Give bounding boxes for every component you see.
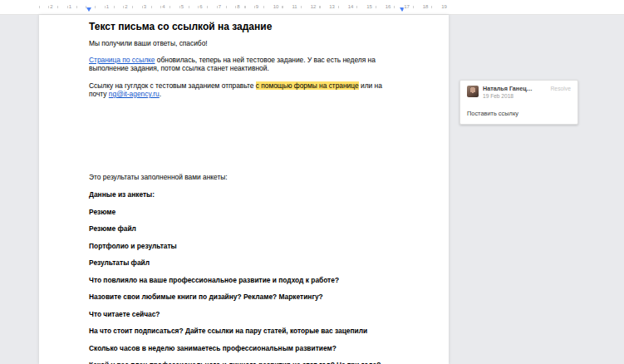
resolve-button[interactable]: Resolve xyxy=(550,86,571,91)
ruler-number: 19 xyxy=(440,4,448,10)
paragraph-text: обновилась, теперь на ней тестовое задан… xyxy=(155,56,376,64)
google-docs-canvas: 2112345678910111213141516171819 Текст пи… xyxy=(0,0,624,364)
ruler-number: 18 xyxy=(422,4,430,10)
question-line: Резюме xyxy=(89,208,407,217)
paragraph: Мы получили ваши ответы, спасибо! xyxy=(89,39,407,48)
email-link[interactable]: ng@it-agency.ru xyxy=(109,90,160,98)
left-indent-marker[interactable] xyxy=(86,7,91,12)
comment-text: Поставить ссылку xyxy=(467,110,571,117)
ruler-number: 5 xyxy=(180,4,184,10)
ruler-number: 14 xyxy=(347,4,355,10)
paragraph-text: почту xyxy=(89,90,109,98)
paragraph-text: выполнение задания, потом ссылка станет … xyxy=(89,64,269,72)
ruler-number: 7 xyxy=(218,4,222,10)
paragraph-text: Это результаты заполненной вами анкеты: xyxy=(89,173,228,181)
ruler-number: 2 xyxy=(49,4,53,10)
ruler-number: 8 xyxy=(236,4,240,10)
ruler-number: 12 xyxy=(310,4,317,10)
comment-author-block: Наталья Ганец… 19 Feb 2018 xyxy=(483,86,533,100)
question-line: Портфолио и результаты xyxy=(89,242,407,251)
question-line: Назовите свои любимые книги по дизайну? … xyxy=(89,293,407,302)
question-line: Сколько часов в неделю занимаетесь профе… xyxy=(89,344,407,353)
paragraph: Это результаты заполненной вами анкеты: xyxy=(89,173,407,182)
ruler-number: 3 xyxy=(143,4,147,10)
paragraph: Ссылку на гуглдок с тестовым заданием от… xyxy=(89,81,407,99)
ruler-number: 6 xyxy=(199,4,203,10)
document-page[interactable]: Текст письма со ссылкой на задание Мы по… xyxy=(39,15,449,364)
comment-date: 19 Feb 2018 xyxy=(483,93,533,100)
question-line: Какой у вас план профессионального и лич… xyxy=(89,361,407,364)
ruler-number: 15 xyxy=(366,4,373,10)
ruler-number: 4 xyxy=(161,4,165,10)
question-line: Что повлияло на ваше профессиональное ра… xyxy=(89,276,407,285)
comment-author: Наталья Ганец… xyxy=(483,86,533,92)
highlighted-text: с помощью формы на странице xyxy=(256,81,359,90)
ruler-bar: 2112345678910111213141516171819 xyxy=(0,0,624,15)
ruler: 2112345678910111213141516171819 xyxy=(39,2,449,13)
ruler-number: 1 xyxy=(68,4,72,10)
ruler-number: 10 xyxy=(273,4,280,10)
ruler-number: 9 xyxy=(255,4,259,10)
question-line: Резюме файл xyxy=(89,224,407,234)
ruler-number: 1 xyxy=(106,4,110,10)
comment-card[interactable]: Наталья Ганец… 19 Feb 2018 Resolve Поста… xyxy=(459,80,578,125)
question-line: На что стоит подписаться? Дайте ссылки н… xyxy=(89,327,407,336)
ruler-number: 13 xyxy=(328,4,336,10)
question-line: Результаты файл xyxy=(89,258,407,268)
document-title: Текст письма со ссылкой на задание xyxy=(89,21,407,32)
comment-avatar xyxy=(467,86,479,97)
ruler-number: 16 xyxy=(385,4,392,10)
paragraph-text: . xyxy=(160,90,161,98)
page-link[interactable]: Страница по ссылке xyxy=(89,56,155,64)
paragraph: Страница по ссылке обновилась, теперь на… xyxy=(89,56,407,73)
question-line: Что читаете сейчас? xyxy=(89,310,407,319)
ruler-number: 2 xyxy=(124,4,128,10)
question-line: Данные из анкеты: xyxy=(89,190,407,199)
ruler-number: 11 xyxy=(291,4,297,10)
paragraph-text: Ссылку на гуглдок с тестовым заданием от… xyxy=(89,81,256,90)
paragraph-text: Мы получили ваши ответы, спасибо! xyxy=(89,39,208,47)
comment-header: Наталья Ганец… 19 Feb 2018 Resolve xyxy=(467,86,571,100)
ruler-number: 17 xyxy=(403,4,410,10)
paragraph-text: или на xyxy=(359,81,382,90)
